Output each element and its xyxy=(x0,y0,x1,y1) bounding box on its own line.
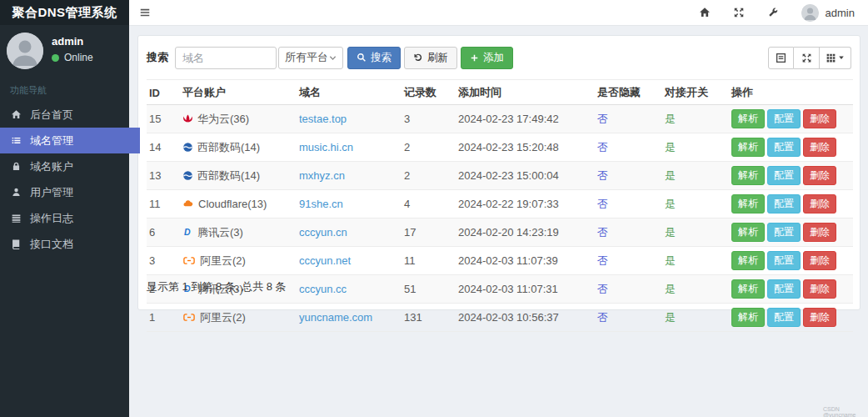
delete-button[interactable]: 删除 xyxy=(803,251,836,270)
parse-button[interactable]: 解析 xyxy=(731,251,765,270)
cell-platform: 西部数码(14) xyxy=(180,162,297,190)
sidebar-item-label: 接口文档 xyxy=(30,237,73,252)
hidden-toggle-link[interactable]: 否 xyxy=(597,226,608,239)
chevron-down-icon xyxy=(329,54,337,62)
domain-link[interactable]: cccyun.net xyxy=(299,254,351,267)
parse-button[interactable]: 解析 xyxy=(731,194,765,214)
navbar-user-menu[interactable]: admin xyxy=(801,4,855,22)
parse-button[interactable]: 解析 xyxy=(731,308,765,327)
add-button[interactable]: 添加 xyxy=(461,47,513,69)
api-switch-toggle[interactable]: 是 xyxy=(665,226,676,239)
wrench-icon[interactable] xyxy=(767,7,779,18)
sidebar-item-域名账户[interactable]: 域名账户 xyxy=(0,153,129,179)
column-header: 对接开关 xyxy=(662,80,729,105)
platform-select[interactable]: 所有平台 xyxy=(278,47,343,69)
dnspod-icon: D xyxy=(182,227,193,238)
table-row: 6D腾讯云(3)cccyun.cn172024-02-20 14:23:19否是… xyxy=(147,219,853,247)
parse-button[interactable]: 解析 xyxy=(731,223,765,242)
cell-record-count: 131 xyxy=(402,304,456,332)
config-button[interactable]: 配置 xyxy=(767,166,801,185)
cell-added-time: 2024-02-23 17:49:42 xyxy=(456,105,595,133)
home-icon[interactable] xyxy=(699,7,711,18)
home-icon xyxy=(11,109,22,121)
book-icon xyxy=(11,239,22,250)
parse-button[interactable]: 解析 xyxy=(731,166,765,185)
sidebar-item-后台首页[interactable]: 后台首页 xyxy=(0,102,129,128)
fullscreen-icon xyxy=(801,53,812,63)
config-button[interactable]: 配置 xyxy=(767,109,801,128)
navbar-avatar xyxy=(801,4,819,22)
hidden-toggle-link[interactable]: 否 xyxy=(597,254,608,267)
config-button[interactable]: 配置 xyxy=(767,138,801,157)
sidebar-username: admin xyxy=(52,35,93,48)
domain-link[interactable]: music.hi.cn xyxy=(299,141,353,153)
cell-added-time: 2024-02-20 14:23:19 xyxy=(456,219,595,247)
cell-id: 13 xyxy=(147,162,180,190)
api-switch-toggle[interactable]: 是 xyxy=(665,311,676,324)
config-button[interactable]: 配置 xyxy=(767,223,801,242)
sidebar-item-接口文档[interactable]: 接口文档 xyxy=(0,231,129,257)
cell-added-time: 2024-02-03 10:56:37 xyxy=(456,304,595,332)
online-dot-icon xyxy=(52,54,59,62)
domain-link[interactable]: cccyun.cc xyxy=(299,283,347,295)
sidebar-item-label: 后台首页 xyxy=(30,108,73,123)
parse-button[interactable]: 解析 xyxy=(731,109,765,128)
domain-link[interactable]: testae.top xyxy=(299,113,347,125)
hidden-toggle-link[interactable]: 否 xyxy=(597,113,608,125)
hidden-toggle-link[interactable]: 否 xyxy=(597,311,608,324)
parse-button[interactable]: 解析 xyxy=(731,138,765,157)
cell-record-count: 51 xyxy=(402,275,456,304)
delete-button[interactable]: 删除 xyxy=(803,223,836,242)
cell-actions: 解析配置删除 xyxy=(729,190,853,219)
parse-button[interactable]: 解析 xyxy=(731,279,765,299)
config-button[interactable]: 配置 xyxy=(767,251,801,270)
hidden-toggle-link[interactable]: 否 xyxy=(597,141,608,153)
sidebar-item-操作日志[interactable]: 操作日志 xyxy=(0,205,129,231)
fullscreen-icon[interactable] xyxy=(733,7,745,18)
api-switch-toggle[interactable]: 是 xyxy=(665,141,676,153)
cell-platform: 华为云(36) xyxy=(180,105,297,133)
cell-added-time: 2024-02-03 11:07:31 xyxy=(456,275,595,304)
cell-id: 14 xyxy=(147,133,180,162)
columns-button[interactable] xyxy=(820,47,851,69)
domain-link[interactable]: yuncname.com xyxy=(299,311,372,324)
delete-button[interactable]: 删除 xyxy=(803,279,836,299)
config-button[interactable]: 配置 xyxy=(767,308,801,327)
hidden-toggle-link[interactable]: 否 xyxy=(597,169,608,182)
column-header: 平台账户 xyxy=(180,80,297,105)
domain-link[interactable]: cccyun.cn xyxy=(299,226,347,239)
card-view-button[interactable] xyxy=(768,47,794,69)
delete-button[interactable]: 删除 xyxy=(803,138,836,157)
cell-platform: Cloudflare(13) xyxy=(180,190,297,219)
table-fullscreen-button[interactable] xyxy=(794,47,820,69)
cell-record-count: 2 xyxy=(402,133,456,162)
config-button[interactable]: 配置 xyxy=(767,279,801,299)
sidebar-item-label: 域名账户 xyxy=(30,159,73,174)
cell-record-count: 11 xyxy=(402,247,456,275)
sidebar-item-用户管理[interactable]: 用户管理 xyxy=(0,179,129,205)
sidebar-item-域名管理[interactable]: 域名管理 xyxy=(0,128,140,153)
hidden-toggle-link[interactable]: 否 xyxy=(597,283,608,295)
domain-link[interactable]: 91she.cn xyxy=(299,198,343,210)
cell-added-time: 2024-02-03 11:07:39 xyxy=(456,247,595,275)
search-input[interactable] xyxy=(175,47,277,69)
platform-select-value: 所有平台 xyxy=(285,50,328,65)
config-button[interactable]: 配置 xyxy=(767,194,801,214)
api-switch-toggle[interactable]: 是 xyxy=(665,198,676,210)
hamburger-icon[interactable] xyxy=(139,7,151,18)
refresh-button[interactable]: 刷新 xyxy=(404,47,457,69)
hidden-toggle-link[interactable]: 否 xyxy=(597,198,608,210)
cell-platform: D腾讯云(3) xyxy=(180,219,297,247)
api-switch-toggle[interactable]: 是 xyxy=(665,113,676,125)
column-header: 添加时间 xyxy=(456,80,595,105)
delete-button[interactable]: 删除 xyxy=(803,109,836,128)
search-button[interactable]: 搜索 xyxy=(347,47,401,69)
api-switch-toggle[interactable]: 是 xyxy=(665,254,676,267)
api-switch-toggle[interactable]: 是 xyxy=(665,169,676,182)
delete-button[interactable]: 删除 xyxy=(803,194,836,214)
api-switch-toggle[interactable]: 是 xyxy=(665,283,676,295)
delete-button[interactable]: 删除 xyxy=(803,308,836,327)
delete-button[interactable]: 删除 xyxy=(803,166,836,185)
domain-link[interactable]: mxhyz.cn xyxy=(299,169,345,182)
columns-grid-icon xyxy=(826,53,836,63)
